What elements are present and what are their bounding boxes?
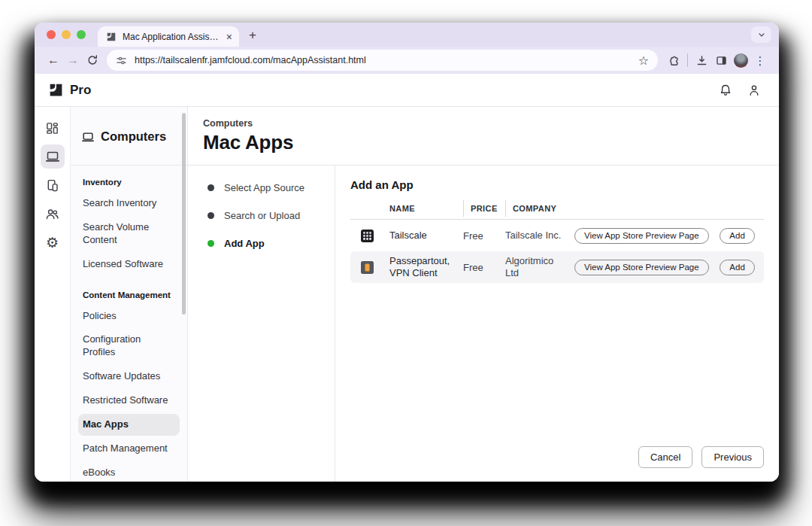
- browser-tabstrip: Mac Application Assistant* × +: [35, 23, 779, 47]
- sidebar-item-search-volume-content[interactable]: Search Volume Content: [78, 217, 180, 251]
- wizard-steps: Select App Source Search or Upload Add A…: [188, 166, 335, 482]
- app-name: Passepartout, VPN Client: [389, 255, 463, 280]
- table-header-row: NAME PRICE COMPANY: [350, 197, 764, 220]
- account-person-icon[interactable]: [747, 84, 761, 97]
- profile-avatar[interactable]: [731, 50, 750, 71]
- step-add-app[interactable]: Add App: [208, 238, 335, 249]
- back-icon[interactable]: ←: [44, 50, 63, 71]
- jamf-favicon-icon: [106, 32, 117, 42]
- site-settings-tune-icon[interactable]: [116, 55, 127, 66]
- browser-window: Mac Application Assistant* × + ← →: [35, 23, 779, 482]
- downloads-icon[interactable]: [692, 50, 711, 71]
- mobile-devices-icon[interactable]: [41, 173, 65, 197]
- icon-rail: ⚙: [35, 107, 71, 482]
- cancel-button[interactable]: Cancel: [638, 446, 692, 468]
- sidebar-item-software-updates[interactable]: Software Updates: [78, 366, 180, 388]
- notifications-bell-icon[interactable]: [719, 84, 732, 97]
- url-text[interactable]: https://tailscalenfr.jamfcloud.com/macAp…: [135, 55, 631, 65]
- wizard-footer: Cancel Previous: [638, 446, 764, 468]
- jamf-pro-brand[interactable]: Pro: [48, 82, 91, 98]
- browser-toolbar: ← → https://tailscalenfr.jamfcloud.com/m…: [35, 47, 779, 74]
- table-row: Passepartout, VPN Client Free Algoritmic…: [350, 251, 764, 283]
- minimize-window-button[interactable]: [62, 30, 71, 39]
- sidebar: Computers Inventory Search Inventory Sea…: [71, 107, 188, 482]
- sidebar-item-policies[interactable]: Policies: [78, 306, 180, 327]
- new-tab-button[interactable]: +: [249, 29, 256, 41]
- table-row: Tailscale Free Tailscale Inc. View App S…: [350, 220, 764, 251]
- panel-heading: Add an App: [350, 178, 764, 191]
- reload-icon[interactable]: [83, 50, 102, 71]
- extensions-puzzle-icon[interactable]: [664, 50, 683, 71]
- app-price: Free: [463, 230, 505, 242]
- step-dot-icon: [208, 212, 214, 219]
- tailscale-app-icon: [350, 230, 389, 242]
- sidebar-item-patch-management[interactable]: Patch Management: [78, 438, 180, 460]
- app-price: Free: [463, 262, 505, 273]
- view-app-store-preview-button[interactable]: View App Store Preview Page: [574, 260, 709, 275]
- sidebar-section-content-management: Content Management: [83, 290, 180, 299]
- sidebar-title: Computers: [101, 129, 166, 144]
- previous-button[interactable]: Previous: [701, 446, 764, 468]
- tab-close-icon[interactable]: ×: [226, 32, 232, 42]
- app-results-table: NAME PRICE COMPANY: [350, 197, 764, 283]
- side-panel-icon[interactable]: [711, 50, 731, 71]
- main-content: Computers Mac Apps Select App Source Sea…: [188, 107, 779, 482]
- close-window-button[interactable]: [47, 30, 56, 39]
- sidebar-item-mac-apps[interactable]: Mac Apps: [78, 414, 180, 436]
- computers-laptop-icon: [81, 130, 95, 144]
- view-app-store-preview-button[interactable]: View App Store Preview Page: [574, 228, 709, 244]
- desktop-background: Mac Application Assistant* × + ← →: [0, 0, 812, 526]
- sidebar-item-restricted-software[interactable]: Restricted Software: [78, 390, 180, 412]
- app-company: Tailscale Inc.: [505, 230, 574, 242]
- users-icon[interactable]: [41, 202, 65, 226]
- sidebar-nav: Inventory Search Inventory Search Volume…: [71, 166, 187, 482]
- add-button[interactable]: Add: [720, 228, 754, 244]
- add-an-app-panel: Add an App NAME PRICE COMPANY: [335, 166, 779, 482]
- browser-menu-kebab-icon[interactable]: ⋮: [750, 50, 770, 71]
- bookmark-star-icon[interactable]: ☆: [638, 53, 649, 68]
- app-header: Pro: [35, 74, 779, 107]
- sidebar-item-search-inventory[interactable]: Search Inventory: [78, 193, 180, 214]
- column-price: PRICE: [463, 200, 505, 217]
- toolbar-divider: [687, 53, 688, 67]
- forward-icon[interactable]: →: [63, 50, 83, 71]
- passepartout-app-icon: [350, 261, 389, 274]
- step-select-app-source[interactable]: Select App Source: [208, 182, 335, 193]
- browser-tab[interactable]: Mac Application Assistant* ×: [98, 26, 239, 47]
- breadcrumb: Computers: [203, 118, 764, 129]
- jamf-pro-page: Pro: [35, 74, 779, 482]
- app-company: Algoritmico Ltd: [505, 255, 574, 280]
- sidebar-header: Computers: [71, 107, 187, 166]
- column-name: NAME: [389, 204, 463, 213]
- page-header: Computers Mac Apps: [188, 107, 779, 166]
- step-dot-icon: [208, 184, 214, 191]
- sidebar-scrollbar[interactable]: [182, 113, 186, 315]
- sidebar-item-ebooks[interactable]: eBooks: [78, 462, 180, 482]
- maximize-window-button[interactable]: [77, 30, 86, 39]
- page-title: Mac Apps: [203, 131, 764, 154]
- window-controls: [47, 30, 86, 39]
- tab-search-chevron-icon[interactable]: [751, 26, 771, 43]
- settings-gear-icon[interactable]: ⚙: [41, 230, 65, 254]
- step-dot-active-icon: [208, 240, 214, 247]
- column-company: COMPANY: [505, 200, 574, 217]
- computers-icon[interactable]: [41, 144, 65, 169]
- step-search-or-upload[interactable]: Search or Upload: [208, 210, 335, 221]
- brand-label: Pro: [70, 83, 91, 98]
- tab-title: Mac Application Assistant*: [123, 32, 220, 42]
- sidebar-item-licensed-software[interactable]: Licensed Software: [78, 254, 180, 275]
- address-bar[interactable]: https://tailscalenfr.jamfcloud.com/macAp…: [107, 50, 658, 71]
- add-button[interactable]: Add: [720, 260, 754, 275]
- sidebar-section-inventory: Inventory: [83, 178, 180, 187]
- app-name: Tailscale: [389, 230, 463, 242]
- sidebar-item-configuration-profiles[interactable]: Configuration Profiles: [78, 329, 180, 363]
- jamf-logo-icon: [48, 82, 64, 98]
- dashboard-icon[interactable]: [41, 116, 65, 140]
